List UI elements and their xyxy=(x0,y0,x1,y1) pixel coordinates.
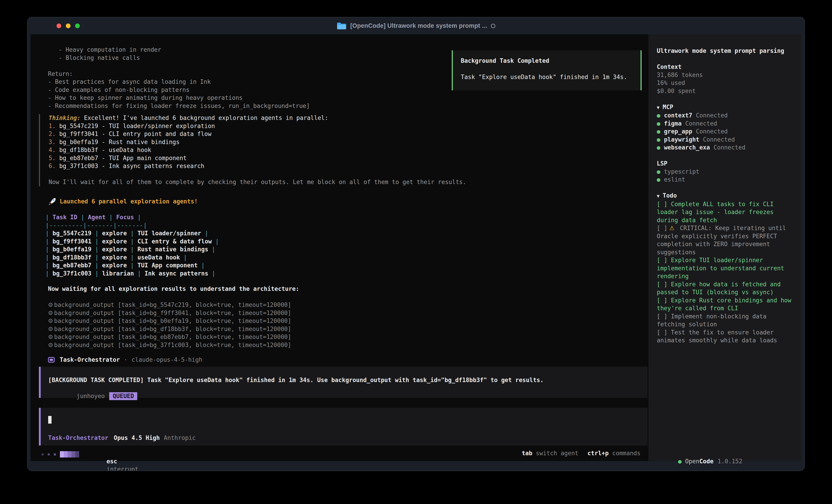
thinking-line: Thinking: Excellent! I've launched 6 bac… xyxy=(49,114,466,122)
text-line: Return: xyxy=(48,70,310,78)
context-section-title: Context xyxy=(657,63,795,71)
agent-model: claude-opus-4-5-high xyxy=(132,356,202,363)
user-name: junhoyeo xyxy=(76,393,105,399)
context-spent: $0.00 spent xyxy=(657,87,795,95)
blank-line xyxy=(657,95,795,103)
spinner-segment xyxy=(72,451,75,457)
assistant-text-block: - Heavy computation in render - Blocking… xyxy=(48,46,310,110)
status-dot-icon: ● xyxy=(657,144,660,151)
gear-icon: ⚙ xyxy=(48,317,53,324)
input-agent-name[interactable]: Task-Orchestrator xyxy=(48,435,108,441)
table-row: | bg_df18bb3f | explore | useData hook | xyxy=(46,254,219,262)
terminal-main-panel: - Heavy computation in render - Blocking… xyxy=(30,34,648,461)
blank-line xyxy=(657,55,795,63)
tool-call-line: ⚙background_output [task_id=bg_df18bb3f,… xyxy=(48,325,291,333)
keyboard-hints: tab switch agent ctrl+p commands xyxy=(522,449,641,457)
progress-spinner xyxy=(42,451,79,457)
agent-avatar-icon xyxy=(48,357,55,363)
tool-call-line: ⚙background_output [task_id=bg_5547c219,… xyxy=(48,301,291,309)
app-version-footer: ●OpenCode1.0.152 xyxy=(657,449,742,471)
col-focus: Focus xyxy=(116,214,134,221)
mcp-item: ●context7Connected xyxy=(657,112,795,120)
gear-icon: ⚙ xyxy=(48,342,53,348)
todo-section-header[interactable]: ▼Todo xyxy=(657,192,795,200)
spinner-dot xyxy=(54,453,56,455)
sidebar: Ultrawork mode system prompt parsing Con… xyxy=(648,34,801,461)
background-task-completed-message: [BACKGROUND TASK COMPLETED] Task "Explor… xyxy=(39,367,648,398)
table-row: | bg_5547c219 | explore | TUI loader/spi… xyxy=(46,229,219,237)
list-item: 5. bg_eb87ebb7 - TUI App main component xyxy=(49,154,466,162)
spinner-segment xyxy=(68,451,72,457)
folder-icon xyxy=(337,22,346,30)
prompt-input[interactable]: Task-Orchestrator Opus 4.5 High Anthropi… xyxy=(39,408,648,446)
completed-text: [BACKGROUND TASK COMPLETED] Task "Explor… xyxy=(48,376,648,384)
tool-call-line: ⚙background_output [task_id=bg_b0effa19,… xyxy=(48,317,291,325)
text-line: - Blocking native calls xyxy=(48,54,310,62)
blank-line xyxy=(657,184,795,192)
col-task-id xyxy=(49,214,53,221)
waiting-line: Now waiting for all exploration results … xyxy=(48,285,299,293)
todo-item: [ ] Explore Rust core bindings and how t… xyxy=(657,297,795,312)
window-title-group: [OpenCode] Ultrawork mode system prompt … xyxy=(28,18,804,34)
tool-call-line: ⚙background_output [task_id=bg_37f1c003,… xyxy=(48,341,291,349)
gear-icon: ⚙ xyxy=(48,310,53,316)
sidebar-title: Ultrawork mode system prompt parsing xyxy=(657,47,795,55)
tool-call-list: ⚙background_output [task_id=bg_5547c219,… xyxy=(48,301,291,349)
notification-body: Task "Explore useData hook" finished in … xyxy=(461,73,641,81)
text-line: - How to keep spinner animating during h… xyxy=(48,94,310,102)
lsp-item: ●eslint xyxy=(657,176,795,184)
chevron-down-icon: ▼ xyxy=(657,105,659,110)
table-row: | bg_f9ff3041 | explore | CLI entry & da… xyxy=(46,237,219,246)
blank-line xyxy=(657,152,795,160)
document-proxy-icon[interactable] xyxy=(491,24,495,28)
chevron-down-icon: ▼ xyxy=(657,193,659,199)
status-dot-icon: ● xyxy=(678,458,682,465)
table-row: | bg_b0effa19 | explore | Rust native bi… xyxy=(46,246,219,254)
input-provider-name: Anthropic xyxy=(164,435,196,441)
input-agent-info: Task-Orchestrator Opus 4.5 High Anthropi… xyxy=(48,435,196,441)
gear-icon: ⚙ xyxy=(48,334,53,340)
warning-icon: ⚠ xyxy=(669,225,674,231)
todo-item: [ ] Explore TUI loader/spinner implement… xyxy=(657,256,795,280)
spinner-dot xyxy=(42,453,44,455)
commands-hint: ctrl+p commands xyxy=(588,449,641,457)
tool-call-line: ⚙background_output [task_id=bg_f9ff3041,… xyxy=(48,309,291,317)
mcp-item: ●playwrightConnected xyxy=(657,136,795,144)
status-dot-icon: ● xyxy=(657,112,660,119)
context-used: 16% used xyxy=(657,79,795,87)
title-bar[interactable]: [OpenCode] Ultrawork mode system prompt … xyxy=(28,18,804,34)
todo-item: [ ] Explore how data is fetched and pass… xyxy=(657,280,795,297)
status-dot-icon: ● xyxy=(657,120,660,127)
list-item: 4. bg_df18bb3f - useData hook xyxy=(49,146,466,154)
spinner-dot xyxy=(48,453,50,455)
rocket-icon xyxy=(48,197,56,206)
toast-notification[interactable]: Background Task Completed Task "Explore … xyxy=(452,50,642,90)
todo-item: [ ] Test the fix to ensure loader animat… xyxy=(657,329,795,344)
launch-announcement: Launched 6 parallel exploration agents! xyxy=(48,197,198,206)
brand-name: Open xyxy=(685,458,700,465)
gear-icon: ⚙ xyxy=(48,302,53,308)
window-title: [OpenCode] Ultrawork mode system prompt … xyxy=(350,22,487,29)
status-dot-icon: ● xyxy=(657,176,660,183)
text-line: - Best practices for async data loading … xyxy=(48,78,310,86)
table-separator-row: |---------|-------|-------| xyxy=(46,222,219,230)
col-agent: Agent xyxy=(88,214,106,221)
list-item: 3. bg_b0effa19 - Rust native bindings xyxy=(49,138,466,146)
spinner-segment xyxy=(60,451,64,457)
tasks-table: | Task ID | Agent | Focus | |---------|-… xyxy=(46,214,219,278)
text-line: - Heavy computation in render xyxy=(48,46,310,54)
interrupt-hint: esc interrupt xyxy=(78,449,138,471)
list-item: 1. bg_5547c219 - TUI loader/spinner expl… xyxy=(49,122,466,130)
agent-name: Task-Orchestrator xyxy=(60,356,120,363)
mcp-item: ●grep_appConnected xyxy=(657,128,795,136)
table-header-row: | Task ID | Agent | Focus | xyxy=(46,214,219,222)
input-model-name[interactable]: Opus 4.5 High xyxy=(114,435,160,441)
wait-line: Now I'll wait for all of them to complet… xyxy=(49,178,466,186)
text-line: - Recommendations for fixing loader free… xyxy=(48,102,310,110)
list-item: 6. bg_37f1c003 - Ink async patterns rese… xyxy=(49,162,466,170)
thinking-label: Thinking: xyxy=(49,114,80,121)
todo-item: [ ] Complete ALL tasks to fix CLI loader… xyxy=(657,200,795,224)
mcp-section-header[interactable]: ▼MCP xyxy=(657,103,795,112)
status-dot-icon: ● xyxy=(657,128,660,135)
spinner-segment xyxy=(64,451,68,457)
